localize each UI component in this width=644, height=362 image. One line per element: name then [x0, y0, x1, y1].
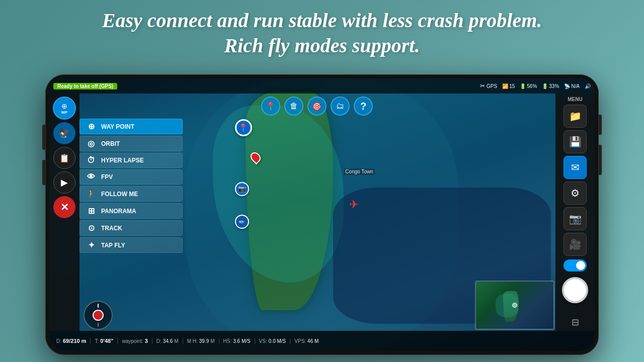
mode-item-panorama[interactable]: ⊞ PANORAMA — [79, 203, 183, 219]
flight-mode-btn[interactable]: 🦅 — [53, 122, 75, 144]
wp-label: WP — [61, 110, 68, 115]
orbit-icon: ◎ — [86, 139, 96, 148]
status-bar: Ready to take off (GPS) ✂ GPS 📶 15 🔋 56% — [49, 78, 595, 94]
mode-menu: ⊕ WAY POINT ◎ ORBIT ⏱ HYPER LAPSE 👁 FPV … — [79, 119, 183, 253]
d-label: D: — [56, 338, 61, 344]
mode-item-hyperlapse[interactable]: ⏱ HYPER LAPSE — [79, 153, 183, 168]
save-btn[interactable]: 💾 — [564, 130, 587, 153]
followme-icon: 🚶 — [86, 189, 96, 199]
target-tool-btn[interactable]: 🎯 — [307, 97, 327, 116]
waypoint-tool-btn[interactable]: 📍 — [261, 97, 280, 116]
map-pin-pencil: ✏ — [235, 215, 249, 229]
mode-item-fpv[interactable]: 👁 FPV — [79, 169, 183, 185]
shutter-btn[interactable] — [562, 277, 588, 303]
vs-info: VS: 0.0 M/S — [255, 338, 291, 344]
help-tool-btn[interactable]: ? — [354, 97, 373, 116]
tapfly-icon: ✦ — [86, 240, 96, 250]
rc-settings-btn[interactable]: 📋 — [53, 147, 75, 169]
waypoint-value: 3 — [145, 338, 148, 344]
play-btn[interactable]: ▶ — [53, 171, 75, 194]
map-pin-blue-camera: 📍 — [235, 119, 252, 136]
signal-strength: 📶 15 — [502, 83, 515, 89]
phone-wrapper: Ready to take off (GPS) ✂ GPS 📶 15 🔋 56% — [45, 74, 599, 355]
gps-indicator: ✂ GPS — [480, 82, 497, 89]
erase-tool-btn[interactable]: 🗑 — [284, 97, 303, 116]
compass — [84, 301, 113, 330]
messages-btn[interactable]: ✉ — [564, 156, 587, 179]
signal-icon: 📶 — [502, 83, 508, 89]
track-icon: ⊙ — [86, 223, 96, 233]
mode-item-orbit[interactable]: ◎ ORBIT — [79, 136, 183, 151]
mini-map — [475, 281, 554, 330]
d2-value: 34.6 — [163, 338, 173, 344]
t-label: T: — [95, 338, 99, 344]
vs-label: VS: — [259, 338, 267, 344]
wp-icon: ⊕ — [61, 102, 67, 110]
mode-item-waypoint[interactable]: ⊕ WAY POINT — [79, 119, 183, 134]
waypoint-icon: ⊕ — [86, 122, 96, 131]
header-title: Easy connect and run stable with less cr… — [20, 8, 624, 58]
congo-town-label: Congo Town — [344, 168, 374, 175]
battery-icon-2: 🔋 — [542, 83, 548, 89]
waypoint-label: WAY POINT — [101, 123, 134, 130]
waypoint-label: waypoint: — [122, 338, 143, 344]
vps-label: VPS: — [294, 338, 306, 344]
fpv-label: FPV — [101, 173, 113, 180]
waypoint-info: waypoint: 3 — [118, 338, 152, 344]
hyperlapse-icon: ⏱ — [86, 156, 96, 165]
close-btn[interactable]: ✕ — [53, 196, 75, 218]
camera-toggle[interactable] — [564, 259, 587, 272]
d2-unit: M — [174, 338, 178, 344]
hyperlapse-label: HYPER LAPSE — [101, 157, 144, 164]
d2-label: D: — [156, 338, 162, 344]
mh-label: M H: — [187, 338, 198, 344]
mh-value: 39.9 — [199, 338, 209, 344]
camera-photo-btn[interactable]: 📷 — [564, 207, 587, 230]
camera-video-btn[interactable]: 🎥 — [564, 233, 587, 256]
wifi-icon: 📡 — [564, 83, 570, 89]
gps-icon: ✂ — [480, 82, 485, 89]
vps-value: 46 M — [307, 338, 318, 344]
time-info: T: 0'48" — [91, 338, 118, 344]
panorama-label: PANORAMA — [101, 208, 136, 215]
panorama-icon: ⊞ — [86, 206, 96, 216]
mode-item-followme[interactable]: 🚶 FOLLOW ME — [79, 186, 183, 202]
hs-value: 3.6 M/S — [233, 338, 250, 344]
signal-na: 📡 N/A — [564, 83, 580, 89]
mode-item-tapfly[interactable]: ✦ TAP FLY — [79, 237, 183, 253]
map-toolbar: 📍 🗑 🎯 🗂 ? — [79, 94, 554, 119]
followme-label: FOLLOW ME — [101, 191, 138, 198]
map-pin-red — [251, 152, 260, 163]
folder-btn[interactable]: 📁 — [564, 105, 587, 128]
battery-2: 🔋 33% — [542, 83, 559, 89]
bottom-bar: D: 69/210 m T: 0'48" waypoint: 3 D: 34.6… — [49, 331, 595, 351]
compass-needle — [93, 310, 104, 321]
track-label: TRACK — [101, 225, 122, 232]
phone-screen: Ready to take off (GPS) ✂ GPS 📶 15 🔋 56% — [49, 78, 595, 351]
tapfly-label: TAP FLY — [101, 242, 125, 249]
vs-value: 0.0 M/S — [269, 338, 286, 344]
sliders-btn[interactable]: ⊟ — [572, 317, 579, 328]
hs-info: HS: 3.6 M/S — [219, 338, 255, 344]
distance-info: D: 69/210 m — [52, 338, 91, 344]
d-value: 69/210 m — [63, 338, 86, 344]
mh-info: M H: 39.9 M — [183, 338, 219, 344]
settings-btn[interactable]: ⚙ — [564, 182, 587, 205]
mode-item-track[interactable]: ⊙ TRACK — [79, 220, 183, 236]
drone-icon: ✈ — [349, 198, 358, 211]
orbit-label: ORBIT — [101, 140, 120, 147]
mini-map-indicator — [512, 303, 517, 308]
battery-icon-1: 🔋 — [520, 83, 526, 89]
header-section: Easy connect and run stable with less cr… — [0, 0, 644, 63]
d2-info: D: 34.6 M — [152, 338, 183, 344]
gps-status: Ready to take off (GPS) — [53, 83, 117, 89]
fpv-icon: 👁 — [86, 172, 96, 182]
vps-info: VPS: 46 M — [290, 338, 323, 344]
left-panel: ⊕ WP 🦅 📋 ▶ ✕ — [49, 94, 79, 331]
layers-tool-btn[interactable]: 🗂 — [331, 97, 350, 116]
battery-1: 🔋 56% — [520, 83, 537, 89]
hs-label: HS: — [223, 338, 232, 344]
wp-mode-btn[interactable]: ⊕ WP — [53, 97, 76, 120]
menu-label: MENU — [568, 97, 582, 102]
phone-frame: Ready to take off (GPS) ✂ GPS 📶 15 🔋 56% — [45, 74, 599, 355]
